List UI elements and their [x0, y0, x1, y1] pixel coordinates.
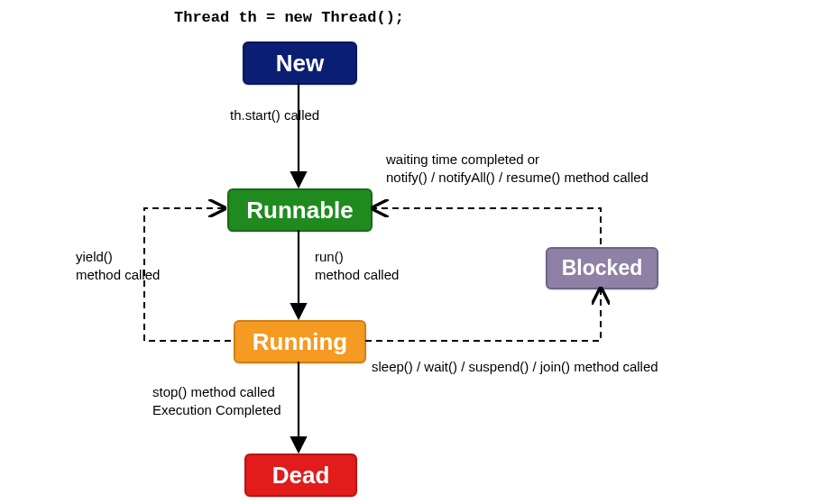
state-runnable: Runnable — [227, 188, 373, 232]
label-run: run() method called — [315, 248, 399, 283]
state-running: Running — [234, 320, 366, 363]
label-from-blocked: waiting time completed or notify() / not… — [386, 151, 648, 186]
thread-lifecycle-diagram: Thread th = new Thread(); New Runnable R… — [0, 0, 837, 504]
state-new: New — [243, 41, 357, 85]
label-th-start: th.start() called — [230, 106, 319, 124]
edge-running-to-blocked — [365, 289, 601, 341]
edge-blocked-to-runnable — [373, 208, 601, 244]
code-declaration: Thread th = new Thread(); — [174, 9, 404, 26]
label-yield: yield() method called — [76, 248, 160, 283]
state-blocked: Blocked — [546, 247, 658, 289]
state-dead: Dead — [244, 454, 357, 497]
label-to-blocked: sleep() / wait() / suspend() / join() me… — [372, 358, 658, 376]
label-to-dead: stop() method called Execution Completed — [152, 383, 281, 418]
